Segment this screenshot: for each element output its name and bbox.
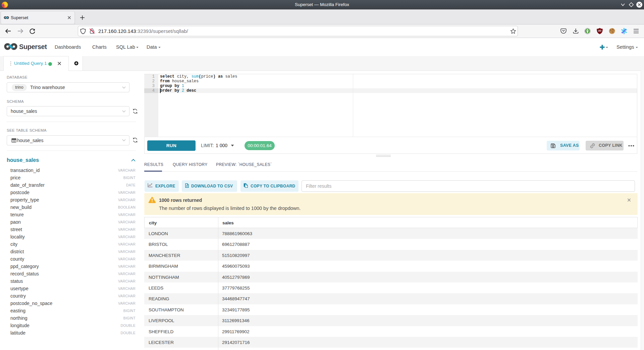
svg-text:UO: UO	[598, 30, 601, 32]
